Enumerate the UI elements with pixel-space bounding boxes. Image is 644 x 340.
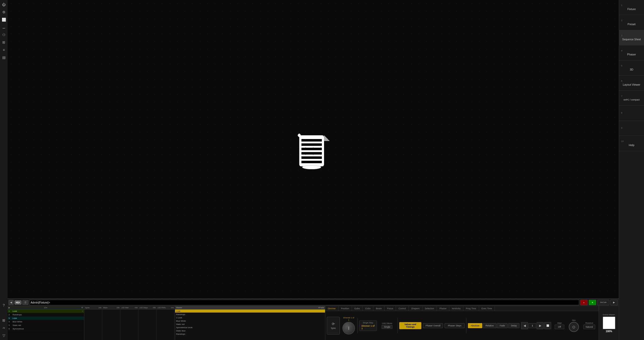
- grid-icon[interactable]: ⊞: [0, 317, 7, 324]
- dimmer-label: Dimmer 1 of 1: [342, 317, 355, 321]
- right-panel-item-3d[interactable]: 5 3D: [619, 60, 644, 76]
- settings-icon[interactable]: ⚙: [0, 9, 7, 16]
- cue-row-3[interactable]: 3 Look: [8, 317, 84, 320]
- tab-prog-time[interactable]: Prog Time: [463, 306, 479, 311]
- tab-position[interactable]: Position: [339, 306, 352, 311]
- nav-step-num: 1: [529, 323, 536, 328]
- prog-item-staticred[interactable]: Static red: [175, 323, 325, 326]
- monitor-icon[interactable]: ⬜: [0, 16, 7, 23]
- right-panel-item-help[interactable]: 10 Help: [619, 136, 644, 151]
- tab-beam[interactable]: Beam: [373, 306, 385, 311]
- shcuts-btn[interactable]: ShCuts: [597, 300, 609, 305]
- right-panel-item-layout[interactable]: 6 Layout Viewer: [619, 76, 644, 91]
- attribute-tabs: Dimmer Position Gobo Color Beam Focus: [325, 306, 599, 311]
- arrow-right-btn[interactable]: ▶: [610, 300, 618, 305]
- right-panel-item-onpc[interactable]: 7 onPC / compact: [619, 91, 644, 106]
- spots-header: Spots 349: [84, 306, 102, 310]
- panels-row: ▶ 204 ⚙ 1 Look 2 2 Raindrops 3 Look: [8, 306, 619, 340]
- tab-selection[interactable]: Selection: [422, 306, 437, 311]
- power-icon[interactable]: ⏻: [0, 1, 7, 8]
- fixture-col-spots: Spots 349: [84, 306, 102, 340]
- user-icon[interactable]: ⚇: [0, 31, 7, 38]
- fade-btn[interactable]: Fade: [497, 323, 508, 328]
- nav-expand-btn[interactable]: ⬜: [544, 322, 551, 329]
- relative-btn[interactable]: Relative: [483, 323, 497, 328]
- readout-val[interactable]: Natural: [583, 325, 595, 329]
- svg-rect-6: [301, 161, 322, 163]
- absolute-btn[interactable]: Absolute: [468, 323, 482, 328]
- arrow-left-btn[interactable]: ◀: [9, 300, 14, 305]
- fixture-columns-group: Spots 349 Wash 399 LED Wall 449: [84, 306, 175, 340]
- right-panel-item-preset[interactable]: 2 Preset: [619, 15, 644, 30]
- command-icon[interactable]: ☰: [22, 300, 28, 305]
- phaser-overall-button[interactable]: Phaser Overall: [423, 323, 443, 328]
- cue-row-4[interactable]: 4 Blue White: [8, 320, 84, 324]
- wash-header: Wash 399: [102, 306, 120, 310]
- align-off-val[interactable]: Off: [555, 325, 564, 329]
- tab-matricks[interactable]: MAtricks: [449, 306, 463, 311]
- right-panel-item-sequence-sheet[interactable]: 3 Sequence Sheet: [619, 30, 644, 45]
- prog-item-1look[interactable]: 1 Look: [175, 316, 325, 319]
- dim-area: Dim ⊙: [568, 318, 580, 333]
- tab-control[interactable]: Control: [396, 306, 409, 311]
- programmer-section: Master XFade Look Raindrops 1 Look Blue …: [175, 306, 325, 340]
- tab-focus[interactable]: Focus: [385, 306, 396, 311]
- right-panel-item-fixture[interactable]: 1 Fixture: [619, 0, 644, 15]
- dim-circle[interactable]: ⊙: [569, 322, 579, 332]
- tab-exec-time[interactable]: Exec Time: [479, 306, 495, 311]
- right-panel-item-9[interactable]: 9: [619, 121, 644, 136]
- delay-btn[interactable]: Delay: [508, 323, 519, 328]
- nav-next-btn[interactable]: ▶: [537, 322, 544, 329]
- single-step-area[interactable]: Single Step Dimmer 1 of 1: [359, 320, 377, 331]
- command-line-row: ◀ M|A ☰ ⬥ ● ShCuts ▶: [8, 299, 619, 306]
- filter-icon[interactable]: ▽: [0, 332, 7, 339]
- led-steps-header: LED Steps 499: [139, 306, 156, 310]
- align-section: Align Off: [553, 321, 566, 330]
- cue-row-1[interactable]: 1 Look 2: [8, 310, 84, 313]
- prog-item-symmetrical[interactable]: Symmetrical circle: [175, 326, 325, 329]
- tab-phaser[interactable]: Phaser: [437, 306, 450, 311]
- command-input[interactable]: [29, 300, 579, 305]
- prog-item-raindrops[interactable]: Raindrops: [175, 313, 325, 316]
- prog-item-bluewhite[interactable]: Blue White: [175, 319, 325, 323]
- sync-button[interactable]: ⟳ Sync: [327, 317, 340, 334]
- nav-prev-btn[interactable]: ◀: [521, 322, 528, 329]
- grand-master-fader[interactable]: [603, 317, 615, 329]
- list-icon[interactable]: ≡: [0, 46, 7, 53]
- prog-item-raindrops2[interactable]: Raindrops: [175, 332, 325, 336]
- display-icon[interactable]: ▤: [0, 54, 7, 61]
- link-val-single[interactable]: Single: [382, 325, 392, 329]
- phaser-steps-button[interactable]: Phaser Steps: [445, 323, 465, 328]
- at-icon[interactable]: At: [0, 324, 7, 331]
- prog-item-staticblue[interactable]: Static blue: [175, 329, 325, 332]
- svg-rect-3: [301, 148, 322, 150]
- cue-row-2[interactable]: 2 Raindrops: [8, 313, 84, 317]
- nav-step-area: ◀ 1 ▶ ⬜: [521, 322, 551, 329]
- svg-rect-5: [301, 156, 322, 159]
- cue-row-6[interactable]: 6 Symmetrical: [8, 327, 84, 331]
- mode-strip: Absolute Relative Fade Delay: [468, 323, 519, 328]
- values-timings-button[interactable]: Values and Timings: [399, 322, 421, 329]
- right-panel: 1 Fixture 2 Preset 3 Sequence Sheet 4 Ph…: [619, 0, 644, 340]
- prog-active-item[interactable]: Look: [175, 310, 325, 313]
- cue-row-5[interactable]: 5 Static red: [8, 324, 84, 327]
- green-dot-btn[interactable]: ●: [589, 300, 596, 305]
- fixture-col-wash: Wash 399: [102, 306, 120, 340]
- divider-3: [466, 318, 466, 333]
- sliders-icon[interactable]: ⚊: [0, 24, 7, 31]
- fixture-col-led-steps: LED Steps 499: [139, 306, 157, 340]
- dimmer-knob[interactable]: [342, 322, 355, 334]
- right-panel-item-8[interactable]: 8: [619, 106, 644, 121]
- menu-icon2[interactable]: ⊞: [0, 39, 7, 46]
- tab-shapers[interactable]: Shapers: [409, 306, 422, 311]
- tab-gobo[interactable]: Gobo: [352, 306, 363, 311]
- tab-dimmer[interactable]: Dimmer: [325, 306, 339, 311]
- tab-color[interactable]: Color: [363, 306, 374, 311]
- link-values-area: Link Values Single: [378, 322, 396, 329]
- cue-rows: 1 Look 2 2 Raindrops 3 Look 4 Blue White: [8, 310, 84, 340]
- cue-panel-left: ▶ 204 ⚙ 1 Look 2 2 Raindrops 3 Look: [8, 306, 84, 340]
- led-wall-header: LED Wall 449: [120, 306, 138, 310]
- help-icon[interactable]: ?: [0, 302, 7, 309]
- red-action-btn[interactable]: ⬥: [580, 300, 588, 305]
- right-panel-item-phaser[interactable]: 4 Phaser: [619, 45, 644, 60]
